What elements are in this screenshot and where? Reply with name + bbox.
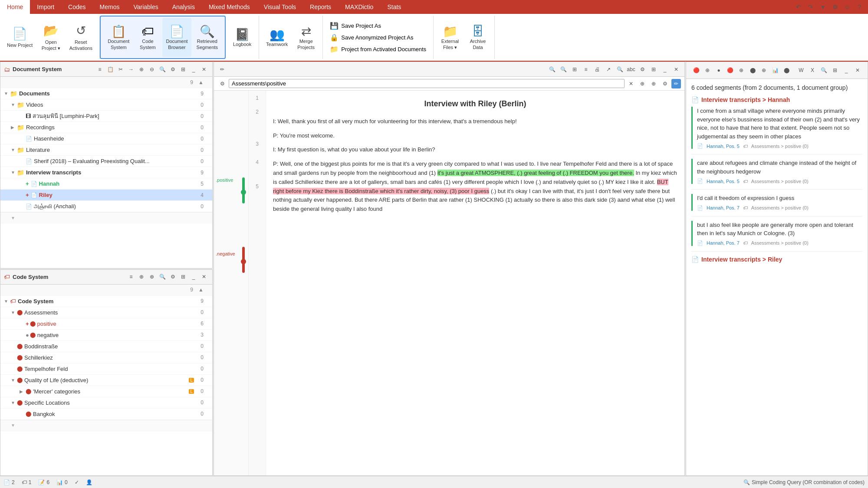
- breadcrumb-gear[interactable]: ⚙: [217, 79, 227, 88]
- group-riley[interactable]: 📄 Interview transcripts > Riley: [691, 256, 862, 263]
- transcripts-arrow[interactable]: ▼: [11, 170, 17, 175]
- doc-toolbar-btn4[interactable]: →: [126, 65, 136, 74]
- breadcrumb-clear[interactable]: ✕: [626, 79, 636, 88]
- doc-toolbar-btn5[interactable]: ⊕: [137, 65, 146, 74]
- code-quality[interactable]: ▼ ⬤ Quality of Life (deductive) L 0: [0, 375, 212, 386]
- mercer-arrow[interactable]: ▶: [20, 389, 26, 394]
- tree-hasenheide[interactable]: 📄 Hasenheide 0: [0, 133, 212, 144]
- code-toolbar-gear[interactable]: ⚙: [168, 272, 178, 282]
- doc-columns-btn[interactable]: ≡: [581, 65, 591, 74]
- menu-reports[interactable]: Reports: [303, 0, 338, 14]
- right-icon4[interactable]: 🔴: [725, 66, 735, 75]
- code-schiller[interactable]: ⬤ Schillerkiez 0: [0, 352, 212, 364]
- tree-videos[interactable]: ▼ 📁 Videos 0: [0, 99, 212, 111]
- tree-sherif[interactable]: 📄 Sherif (2018) – Evaluating Preexisting…: [0, 156, 212, 167]
- tree-hannah[interactable]: + 📄 Hannah 5: [0, 178, 212, 190]
- menu-home[interactable]: Home: [0, 0, 30, 14]
- segment-4-ref[interactable]: Hannah, Pos. 7: [707, 240, 740, 246]
- doc-toolbar-expand[interactable]: ⊞: [178, 65, 188, 74]
- breadcrumb-add1[interactable]: ⊕: [638, 79, 647, 88]
- open-project-btn[interactable]: 📂 OpenProject ▾: [38, 18, 64, 57]
- doc-close-btn[interactable]: ✕: [671, 65, 681, 74]
- literature-arrow[interactable]: ▼: [11, 147, 17, 152]
- right-close[interactable]: ✕: [853, 66, 862, 75]
- segment-3-ref[interactable]: Hannah, Pos. 7: [707, 205, 740, 210]
- merge-projects-btn[interactable]: ⇄ MergeProjects: [293, 18, 319, 57]
- tree-anchali[interactable]: 📄 அஞ்சலி (Anchali) 0: [0, 201, 212, 212]
- doc-abc-btn[interactable]: abc: [626, 65, 636, 74]
- new-project-btn[interactable]: 📄 New Project: [3, 18, 36, 57]
- menu-codes[interactable]: Codes: [61, 0, 92, 14]
- code-tempel[interactable]: ⬤ Tempelhofer Feld 0: [0, 364, 212, 375]
- recordings-arrow[interactable]: ▶: [11, 125, 17, 130]
- code-toolbar-btn2[interactable]: ⊕: [137, 272, 146, 282]
- code-bangkok[interactable]: ⬤ Bangkok 0: [0, 409, 212, 420]
- menu-analysis[interactable]: Analysis: [165, 0, 202, 14]
- segment-2-ref[interactable]: Hannah, Pos. 5: [707, 179, 740, 184]
- doc-expand-btn[interactable]: ⊞: [649, 65, 658, 74]
- assessments-arrow[interactable]: ▼: [11, 310, 17, 315]
- doc-gear-btn[interactable]: ⚙: [638, 65, 647, 74]
- doc-toolbar-gear[interactable]: ⚙: [168, 65, 178, 74]
- menu-visual-tools[interactable]: Visual Tools: [257, 0, 303, 14]
- doc-edit-btn[interactable]: ✏: [217, 65, 227, 74]
- doc-print-btn[interactable]: 🖨: [592, 65, 602, 74]
- code-positive[interactable]: + ⬤ positive 6: [0, 318, 212, 330]
- external-files-btn[interactable]: 📁 ExternalFiles ▾: [437, 18, 463, 57]
- tree-interview-transcripts[interactable]: ▼ 📁 Interview transcripts 9: [0, 167, 212, 178]
- redo-btn[interactable]: ↷: [806, 2, 816, 12]
- menu-variables[interactable]: Variables: [126, 0, 165, 14]
- specific-arrow[interactable]: ▼: [11, 400, 17, 405]
- doc-toolbar-btn1[interactable]: ≡: [95, 65, 105, 74]
- help-btn[interactable]: ?: [854, 2, 865, 12]
- doc-toolbar-search[interactable]: 🔍: [158, 65, 167, 74]
- doc-toolbar-btn3[interactable]: ✂: [116, 65, 125, 74]
- menu-memos[interactable]: Memos: [93, 0, 127, 14]
- right-icon5[interactable]: ⊕: [736, 66, 746, 75]
- save-project-btn[interactable]: 💾 Save Project As: [328, 21, 428, 31]
- right-expand[interactable]: ⊞: [830, 66, 840, 75]
- doc-find-btn[interactable]: 🔍: [615, 65, 625, 74]
- save-anon-btn[interactable]: 🔒 Save Anonymized Project As: [328, 33, 428, 43]
- tree-literature[interactable]: ▼ 📁 Literature 0: [0, 144, 212, 156]
- breadcrumb-settings[interactable]: ⚙: [660, 79, 670, 88]
- group-hannah[interactable]: 📄 Interview transcripts > Hannah: [691, 96, 862, 103]
- menu-maxdictio[interactable]: MAXDictio: [338, 0, 380, 14]
- code-boddin[interactable]: ⬤ Boddinstraße 0: [0, 341, 212, 352]
- right-icon9[interactable]: ⬤: [782, 66, 791, 75]
- code-specific[interactable]: ▼ ⬤ Specific Locations 0: [0, 397, 212, 409]
- right-icon1[interactable]: 🔴: [691, 66, 701, 75]
- right-icon7[interactable]: ⊕: [759, 66, 769, 75]
- document-browser-btn[interactable]: 📄 DocumentBrowser: [162, 18, 191, 57]
- logbook-btn[interactable]: 📓 Logbook: [229, 18, 255, 57]
- project-activated-btn[interactable]: 📁 Project from Activated Documents: [328, 44, 428, 54]
- quality-arrow[interactable]: ▼: [11, 378, 17, 383]
- doc-root-arrow[interactable]: ▼: [4, 91, 10, 96]
- code-toolbar-close[interactable]: ✕: [199, 272, 209, 282]
- breadcrumb-add2[interactable]: ⊕: [649, 79, 658, 88]
- tree-documents-root[interactable]: ▼ 📁 Documents 9: [0, 88, 212, 99]
- breadcrumb-edit[interactable]: ✏: [671, 79, 681, 88]
- code-system-btn[interactable]: 🏷 CodeSystem: [135, 18, 161, 57]
- tree-recordings[interactable]: ▶ 📁 Recordings 0: [0, 122, 212, 133]
- dropdown-btn[interactable]: ▾: [818, 2, 828, 12]
- settings-btn[interactable]: ⚙: [830, 2, 840, 12]
- segment-1-ref[interactable]: Hannah, Pos. 5: [707, 144, 740, 149]
- right-icon2[interactable]: ⊕: [703, 66, 712, 75]
- right-search[interactable]: 🔍: [819, 66, 829, 75]
- videos-arrow[interactable]: ▼: [11, 102, 17, 107]
- emoji-btn[interactable]: ☺: [842, 2, 852, 12]
- doc-grid-btn[interactable]: ⊞: [570, 65, 579, 74]
- tree-lumphini[interactable]: 🎞 สวนลุมพินี [Lumphini-Park] 0: [0, 111, 212, 122]
- right-min[interactable]: _: [842, 66, 851, 75]
- undo-btn[interactable]: ↶: [793, 2, 804, 12]
- right-excel[interactable]: X: [808, 66, 817, 75]
- code-assessments[interactable]: ▼ ⬤ Assessments 0: [0, 307, 212, 318]
- code-toolbar-expand[interactable]: ⊞: [178, 272, 188, 282]
- menu-stats[interactable]: Stats: [380, 0, 408, 14]
- doc-toolbar-close[interactable]: ✕: [199, 65, 209, 74]
- code-root[interactable]: ▼ 🏷 Code System 9: [0, 296, 212, 307]
- doc-export-btn[interactable]: ↗: [604, 65, 613, 74]
- menu-import[interactable]: Import: [30, 0, 61, 14]
- doc-toolbar-btn6[interactable]: ⊖: [147, 65, 157, 74]
